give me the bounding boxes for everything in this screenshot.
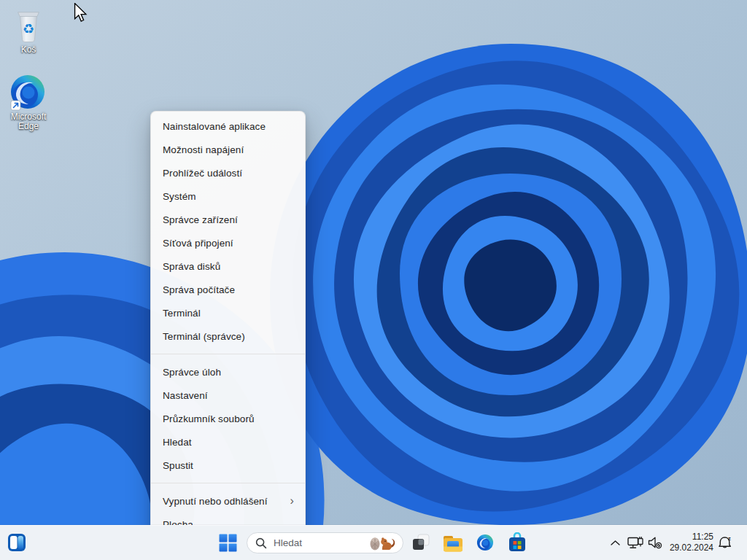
file-explorer-icon bbox=[443, 534, 463, 552]
menu-item-label: Vypnutí nebo odhlášení bbox=[163, 496, 268, 507]
menu-item-label: Nastavení bbox=[163, 390, 208, 401]
submenu-chevron-icon: › bbox=[290, 495, 294, 507]
menu-item-search[interactable]: Hledat bbox=[151, 430, 305, 454]
desktop-icon-label: Koš bbox=[0, 45, 57, 55]
notification-bell-dnd-icon: z bbox=[719, 535, 732, 550]
menu-item-event-viewer[interactable]: Prohlížeč událostí bbox=[151, 161, 305, 184]
menu-item-shutdown-or-signout[interactable]: Vypnutí nebo odhlášení› bbox=[151, 489, 305, 513]
menu-separator bbox=[151, 354, 305, 354]
file-explorer-button[interactable] bbox=[441, 530, 465, 555]
tray-time: 11:25 bbox=[662, 532, 713, 542]
widgets-button[interactable] bbox=[4, 530, 29, 555]
menu-item-label: Správce zařízení bbox=[163, 214, 238, 225]
menu-item-label: Správa počítače bbox=[163, 284, 235, 295]
menu-item-label: Hledat bbox=[163, 437, 192, 448]
desktop: ♻ Koš Microsoft Edge bbox=[0, 0, 747, 560]
microsoft-store-button[interactable] bbox=[505, 530, 530, 555]
menu-item-label: Správa disků bbox=[163, 261, 220, 272]
menu-item-file-explorer[interactable]: Průzkumník souborů bbox=[151, 407, 305, 430]
arrow-cursor bbox=[73, 3, 88, 22]
store-icon bbox=[508, 532, 527, 553]
wallpaper-bloom bbox=[0, 0, 747, 560]
desktop-icon-microsoft-edge[interactable]: Microsoft Edge bbox=[0, 73, 57, 131]
edge-icon bbox=[476, 534, 494, 551]
search-icon bbox=[255, 537, 267, 549]
tray-date: 29.02.2024 bbox=[662, 542, 713, 553]
desktop-icon-recycle-bin[interactable]: ♻ Koš bbox=[0, 7, 57, 55]
menu-item-label: Systém bbox=[163, 191, 196, 202]
taskbar: Hledat bbox=[0, 525, 747, 560]
svg-text:♻: ♻ bbox=[23, 21, 34, 36]
tray-clock[interactable]: 11:25 29.02.2024 bbox=[662, 532, 713, 553]
tray-expand-button[interactable] bbox=[604, 530, 626, 555]
winx-context-menu: Nainstalované aplikaceMožnosti napájeníP… bbox=[150, 111, 306, 540]
menu-item-system[interactable]: Systém bbox=[151, 184, 305, 208]
menu-item-disk-management[interactable]: Správa disků bbox=[151, 254, 305, 278]
search-highlight-image[interactable] bbox=[368, 533, 400, 553]
menu-item-label: Síťová připojení bbox=[163, 238, 233, 249]
volume-muted-icon bbox=[648, 537, 662, 549]
menu-item-settings[interactable]: Nastavení bbox=[151, 384, 305, 407]
menu-item-label: Terminál bbox=[163, 308, 201, 319]
menu-item-task-manager[interactable]: Správce úloh bbox=[151, 360, 305, 384]
start-icon bbox=[219, 534, 237, 552]
menu-item-run[interactable]: Spustit bbox=[151, 454, 305, 477]
network-status-button[interactable] bbox=[624, 530, 646, 555]
menu-item-device-manager[interactable]: Správce zařízení bbox=[151, 208, 305, 231]
taskbar-search-box[interactable]: Hledat bbox=[247, 532, 403, 553]
search-placeholder: Hledat bbox=[274, 537, 368, 548]
menu-item-power-options[interactable]: Možnosti napájení bbox=[151, 138, 305, 161]
task-view-button[interactable] bbox=[409, 530, 433, 555]
svg-text:z: z bbox=[728, 535, 731, 542]
edge-logo-icon bbox=[9, 73, 47, 111]
menu-item-label: Prohlížeč událostí bbox=[163, 168, 242, 179]
desktop-icon-label: Microsoft Edge bbox=[0, 112, 57, 131]
menu-item-label: Možnosti napájení bbox=[163, 144, 244, 155]
network-ethernet-icon bbox=[627, 536, 644, 550]
menu-item-label: Průzkumník souborů bbox=[163, 413, 255, 424]
edge-button[interactable] bbox=[473, 530, 498, 555]
menu-item-installed-apps[interactable]: Nainstalované aplikace bbox=[151, 114, 305, 138]
recycle-bin-icon: ♻ bbox=[12, 7, 45, 44]
menu-item-terminal-admin[interactable]: Terminál (správce) bbox=[151, 324, 305, 348]
widgets-icon bbox=[7, 533, 26, 552]
menu-item-label: Spustit bbox=[163, 460, 193, 471]
task-view-icon bbox=[411, 533, 430, 552]
menu-item-network-connections[interactable]: Síťová připojení bbox=[151, 231, 305, 254]
notifications-button[interactable]: z bbox=[713, 530, 737, 555]
menu-item-label: Nainstalované aplikace bbox=[163, 121, 266, 132]
tray-chevron-icon bbox=[611, 540, 620, 545]
menu-item-terminal[interactable]: Terminál bbox=[151, 301, 305, 324]
menu-item-label: Správce úloh bbox=[163, 367, 221, 378]
menu-separator bbox=[151, 483, 305, 483]
menu-item-computer-management[interactable]: Správa počítače bbox=[151, 278, 305, 301]
start-button[interactable] bbox=[215, 530, 240, 555]
menu-item-label: Terminál (správce) bbox=[163, 331, 245, 342]
